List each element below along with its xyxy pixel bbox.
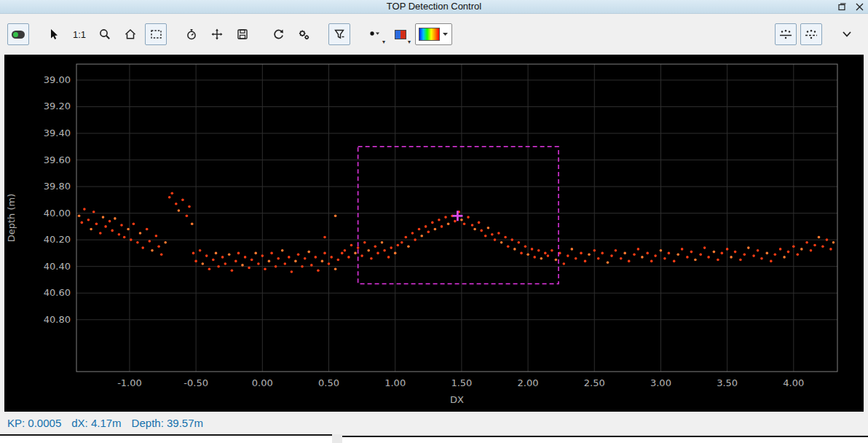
magnifier-icon — [99, 28, 111, 40]
title-bar: TOP Detection Control — [0, 0, 868, 14]
status-kp: KP: 0.0005 — [7, 417, 61, 429]
svg-text:0.50: 0.50 — [318, 377, 339, 388]
pan-button[interactable] — [206, 23, 228, 45]
svg-text:39.80: 39.80 — [44, 181, 71, 192]
toggle-icon — [12, 31, 25, 39]
chevron-down-icon: ▾ — [408, 39, 411, 45]
home-icon — [125, 28, 136, 40]
refresh-button[interactable] — [267, 23, 289, 45]
svg-text:1.50: 1.50 — [451, 377, 472, 388]
svg-text:39.60: 39.60 — [44, 154, 71, 165]
color-picker-button[interactable]: ▾ — [390, 23, 411, 45]
detection-threshold-icon — [804, 28, 818, 41]
colormap-select[interactable] — [415, 23, 452, 45]
dashed-rect-icon — [150, 28, 162, 40]
svg-text:Depth (m): Depth (m) — [6, 194, 17, 243]
svg-text:40.80: 40.80 — [44, 314, 71, 325]
svg-text:-1.00: -1.00 — [117, 377, 142, 388]
filter-button[interactable] — [328, 23, 350, 45]
svg-text:4.00: 4.00 — [783, 377, 804, 388]
background-windows — [0, 434, 868, 443]
move-icon — [211, 28, 223, 40]
background-window-right — [342, 436, 868, 443]
svg-text:DX: DX — [450, 394, 464, 405]
timer-button[interactable] — [181, 23, 202, 45]
threshold-button-1[interactable] — [775, 23, 797, 45]
chevron-down-icon — [442, 31, 449, 37]
window-title: TOP Detection Control — [0, 0, 868, 13]
zoom-1to1-label: 1:1 — [73, 29, 86, 40]
maximize-button[interactable] — [836, 1, 848, 12]
close-icon — [856, 3, 864, 11]
svg-text:2.00: 2.00 — [518, 377, 539, 388]
region-select-button[interactable] — [145, 23, 167, 45]
pointer-button[interactable] — [43, 23, 65, 45]
svg-text:0.00: 0.00 — [252, 377, 273, 388]
background-window-left — [0, 434, 332, 443]
svg-text:3.50: 3.50 — [717, 377, 738, 388]
svg-text:3.00: 3.00 — [650, 377, 671, 388]
scatter-chart[interactable]: -1.00-0.500.000.501.001.502.002.503.003.… — [4, 55, 864, 412]
expand-button[interactable] — [836, 23, 858, 45]
chevron-down-icon — [840, 28, 853, 40]
zoom-button[interactable] — [94, 23, 116, 45]
svg-text:40.40: 40.40 — [44, 261, 71, 272]
funnel-icon — [334, 28, 346, 40]
svg-text:39.20: 39.20 — [44, 101, 71, 111]
status-depth: Depth: 39.57m — [132, 417, 203, 429]
svg-text:40.20: 40.20 — [44, 234, 71, 245]
color-swatch-icon — [395, 30, 406, 39]
save-icon — [237, 28, 248, 40]
point-style-button[interactable]: ▾ — [364, 23, 386, 45]
cursor-icon — [48, 28, 60, 40]
display-toggle-button[interactable] — [7, 23, 29, 45]
home-button[interactable] — [119, 23, 141, 45]
close-button[interactable] — [853, 1, 865, 12]
toolbar: 1:1 — [0, 14, 868, 55]
svg-text:1.00: 1.00 — [384, 377, 406, 388]
point-icon — [368, 28, 382, 40]
settings-button[interactable] — [293, 23, 315, 45]
status-dx: dX: 4.17m — [71, 417, 121, 429]
detection-threshold-icon — [778, 28, 793, 41]
stopwatch-icon — [186, 28, 197, 40]
svg-text:40.00: 40.00 — [44, 208, 71, 219]
chevron-down-icon: ▾ — [382, 39, 385, 45]
svg-text:40.60: 40.60 — [44, 287, 71, 298]
window: TOP Detection Control — [0, 0, 868, 443]
gears-icon — [298, 28, 310, 41]
chart-panel: -1.00-0.500.000.501.001.502.002.503.003.… — [4, 55, 864, 412]
maximize-icon — [838, 3, 846, 11]
svg-text:39.40: 39.40 — [44, 128, 71, 138]
threshold-button-2[interactable] — [800, 23, 822, 45]
refresh-icon — [272, 28, 285, 41]
svg-text:39.00: 39.00 — [44, 74, 71, 85]
status-bar: KP: 0.0005 dX: 4.17m Depth: 39.57m — [0, 412, 868, 434]
save-button[interactable] — [232, 23, 253, 45]
svg-text:-0.50: -0.50 — [184, 377, 208, 388]
zoom-1to1-button[interactable]: 1:1 — [68, 23, 90, 45]
colormap-gradient-icon — [419, 28, 440, 41]
svg-text:2.50: 2.50 — [584, 377, 605, 388]
